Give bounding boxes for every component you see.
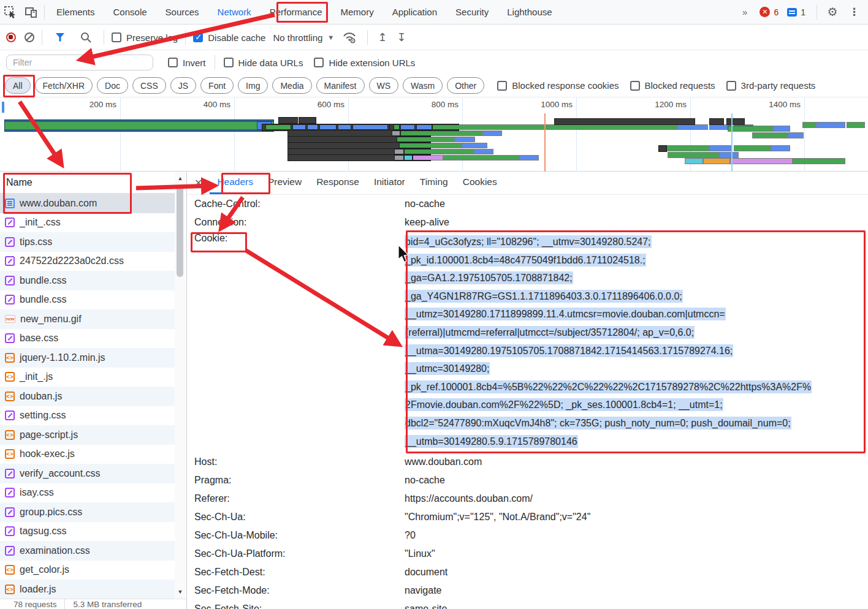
chip-media[interactable]: Media xyxy=(272,77,311,94)
request-row[interactable]: isay.css xyxy=(0,483,175,503)
chip-font[interactable]: Font xyxy=(200,77,234,94)
preserve-log-checkbox[interactable]: Preserve log xyxy=(112,32,178,43)
import-har-icon[interactable]: ↥ xyxy=(375,31,389,44)
record-network-log-button[interactable] xyxy=(6,32,16,42)
request-row[interactable]: tips.css xyxy=(0,232,175,252)
chip-checkbox-blocked-response-cookies[interactable]: Blocked response cookies xyxy=(497,80,619,91)
device-toolbar-icon[interactable] xyxy=(21,4,42,21)
request-row[interactable]: base.css xyxy=(0,329,175,349)
overview-selection-handle[interactable] xyxy=(2,102,4,113)
scroll-up-icon[interactable]: ▲ xyxy=(175,173,185,183)
checkbox-unchecked[interactable] xyxy=(726,81,736,91)
header-name: Sec-Ch-Ua-Platform: xyxy=(187,548,405,559)
checkbox-unchecked[interactable] xyxy=(497,81,507,91)
checkbox-unchecked[interactable] xyxy=(168,58,178,67)
scrollbar-thumb[interactable] xyxy=(177,185,183,277)
tab-performance[interactable]: Performance xyxy=(261,0,332,24)
chip-css[interactable]: CSS xyxy=(132,77,166,94)
kebab-menu-icon[interactable]: ⋮ xyxy=(845,6,863,18)
disable-cache-checkbox[interactable]: Disable cache xyxy=(193,32,265,43)
chip-wasm[interactable]: Wasm xyxy=(403,77,443,94)
overview-request-bar xyxy=(710,119,723,124)
tab-security[interactable]: Security xyxy=(446,0,498,24)
css-file-icon xyxy=(5,237,15,247)
chip-all[interactable]: All xyxy=(5,77,31,94)
clear-network-log-button[interactable] xyxy=(25,32,34,42)
request-row[interactable]: < >hook-exec.js xyxy=(0,445,175,464)
cookie-value-block[interactable]: bid=4_uGc3ofyzs; ll="108296"; __utmv=301… xyxy=(405,233,863,450)
chip-checkbox-blocked-requests[interactable]: Blocked requests xyxy=(630,80,715,91)
hide-extension-urls-checkbox[interactable]: Hide extension URLs xyxy=(314,58,415,68)
highlighted-text: __utmz=30149280.1711899899.11.4.utmcsr=m… xyxy=(405,308,726,320)
tab-sources[interactable]: Sources xyxy=(156,0,208,24)
chip-manifest[interactable]: Manifest xyxy=(316,77,365,94)
request-row[interactable]: examination.css xyxy=(0,541,175,561)
load-event-line xyxy=(731,113,733,172)
more-panels-icon[interactable]: » xyxy=(737,7,751,17)
details-tab-headers[interactable]: Headers xyxy=(210,172,261,194)
request-row[interactable]: < >jquery-1.10.2.min.js xyxy=(0,348,175,368)
export-har-icon[interactable]: ↧ xyxy=(394,31,408,44)
tab-elements[interactable]: Elements xyxy=(47,0,104,24)
request-row[interactable]: newnew_menu.gif xyxy=(0,309,175,329)
chip-ws[interactable]: WS xyxy=(369,77,399,94)
request-row[interactable]: group.pics.css xyxy=(0,502,175,522)
request-row[interactable]: www.douban.com xyxy=(0,194,175,213)
highlighted-text: 2Fmovie.douban.com%2F%22%5D; _pk_ses.100… xyxy=(405,398,723,411)
request-row[interactable]: verify_account.css xyxy=(0,464,175,483)
close-details-icon[interactable]: ✕ xyxy=(189,177,207,189)
tab-lighthouse[interactable]: Lighthouse xyxy=(498,0,561,24)
chip-checkbox-3rd-party-requests[interactable]: 3rd-party requests xyxy=(726,80,816,91)
filter-input[interactable] xyxy=(6,55,153,70)
timeline-tick-label: 600 ms xyxy=(318,100,345,109)
details-tab-cookies[interactable]: Cookies xyxy=(455,172,504,194)
settings-gear-icon[interactable]: ⚙ xyxy=(822,4,843,21)
inspect-element-icon[interactable] xyxy=(0,4,21,21)
chip-doc[interactable]: Doc xyxy=(97,77,128,94)
highlighted-text: __utma=30149280.1975105705.1708871842.17… xyxy=(405,344,733,357)
throttling-dropdown[interactable]: No throttling ▼ xyxy=(273,32,334,43)
name-column-header[interactable]: Name xyxy=(0,172,175,194)
request-row[interactable]: < >get_color.js xyxy=(0,561,175,580)
request-row[interactable]: tagsug.css xyxy=(0,522,175,542)
details-tab-timing[interactable]: Timing xyxy=(413,172,455,194)
tab-application[interactable]: Application xyxy=(383,0,446,24)
network-overview-timeline[interactable]: 200 ms400 ms600 ms800 ms1000 ms1200 ms14… xyxy=(0,97,868,172)
details-tab-response[interactable]: Response xyxy=(309,172,367,194)
cookie-value-line: dbcl2="52477890:mXuqcVmJ4h8"; ck=735G; p… xyxy=(405,414,863,433)
request-row[interactable]: bundle.css xyxy=(0,290,175,310)
console-status-badges[interactable]: ✕ 6 1 xyxy=(753,7,812,17)
checkbox-unchecked[interactable] xyxy=(314,58,324,67)
request-name: get_color.js xyxy=(20,564,69,575)
devtools-window: ElementsConsoleSourcesNetworkPerformance… xyxy=(0,0,868,609)
hide-data-urls-checkbox[interactable]: Hide data URLs xyxy=(224,58,303,68)
tab-console[interactable]: Console xyxy=(104,0,156,24)
filter-funnel-icon[interactable] xyxy=(50,29,70,46)
details-tab-initiator[interactable]: Initiator xyxy=(367,172,413,194)
request-row[interactable]: 247522d2223a0c2d.css xyxy=(0,252,175,271)
chip-img[interactable]: Img xyxy=(238,77,268,94)
checkbox-unchecked[interactable] xyxy=(630,81,640,91)
error-count: 6 xyxy=(774,7,779,17)
chip-other[interactable]: Other xyxy=(447,77,484,94)
search-icon[interactable] xyxy=(75,29,96,46)
request-list-scrollbar[interactable]: ▲ ▼ xyxy=(175,172,186,599)
request-row[interactable]: < >page-script.js xyxy=(0,425,175,445)
checkbox-unchecked[interactable] xyxy=(224,58,234,67)
checkbox-checked[interactable] xyxy=(193,32,203,42)
network-conditions-icon[interactable] xyxy=(339,29,360,46)
chip-fetch-xhr[interactable]: Fetch/XHR xyxy=(35,77,93,94)
chip-js[interactable]: JS xyxy=(170,77,196,94)
request-row[interactable]: _init_.css xyxy=(0,213,175,233)
details-tab-preview[interactable]: Preview xyxy=(261,172,309,194)
invert-checkbox[interactable]: Invert xyxy=(168,58,206,68)
checkbox-unchecked[interactable] xyxy=(112,32,121,42)
request-row[interactable]: setting.css xyxy=(0,406,175,426)
request-row[interactable]: bundle.css xyxy=(0,271,175,290)
request-row[interactable]: < >douban.js xyxy=(0,387,175,406)
tab-memory[interactable]: Memory xyxy=(332,0,383,24)
scroll-down-icon[interactable]: ▼ xyxy=(175,587,185,597)
request-row[interactable]: < >loader.js xyxy=(0,580,175,599)
request-row[interactable]: < >_init_.js xyxy=(0,368,175,387)
tab-network[interactable]: Network xyxy=(208,0,261,24)
